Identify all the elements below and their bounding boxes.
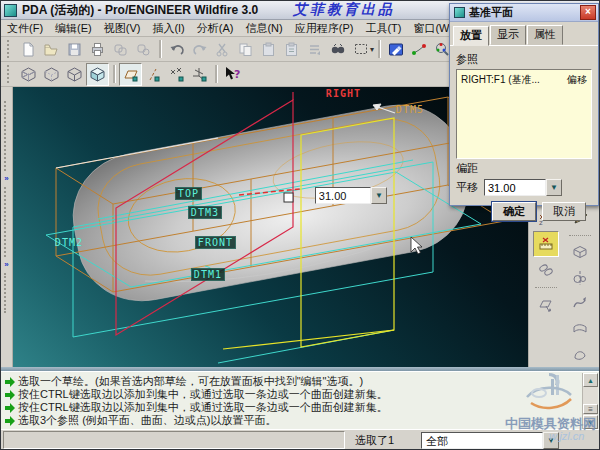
new-file-icon[interactable] <box>17 38 40 61</box>
label-front-plane[interactable]: FRONT <box>195 236 236 249</box>
site-watermark-url: w.jzl.cn <box>549 430 584 442</box>
sash-arrow-icon[interactable]: » <box>4 175 8 183</box>
translate-value-input[interactable] <box>484 179 546 196</box>
label-dtm1-plane[interactable]: DTM1 <box>191 268 225 281</box>
drag-handle[interactable] <box>284 193 293 202</box>
label-top-plane[interactable]: TOP <box>175 187 202 200</box>
toolbar-separator <box>378 40 380 58</box>
sweep-tool-icon[interactable] <box>567 291 593 317</box>
undo-icon[interactable] <box>165 38 188 61</box>
datum-csys-display-icon[interactable] <box>188 63 211 86</box>
toolbar-separator <box>113 65 115 83</box>
prompt-arrow-icon <box>5 390 15 400</box>
menu-analysis[interactable]: 分析(A) <box>191 21 240 36</box>
selection-filter-value[interactable]: 全部 <box>421 432 543 449</box>
offset-dropdown-icon[interactable]: ▼ <box>371 187 387 204</box>
offset-section-label: 偏距 <box>456 161 592 176</box>
selection-filter-combo: 全部 ▼ <box>421 432 559 449</box>
message-row: 选取一个草绘。(如果首选内部草绘，可在放置面板中找到"编辑"选项。) <box>5 375 581 388</box>
selection-count: 选取了1 <box>355 433 394 448</box>
menu-file[interactable]: 文件(F) <box>1 21 49 36</box>
app-window: PDA (活动的) - Pro/ENGINEER Wildfire 3.0 艾菲… <box>0 0 600 450</box>
context-help-icon[interactable]: ? <box>221 63 244 86</box>
paste-special-icon[interactable] <box>280 38 303 61</box>
measure-tool-icon[interactable] <box>533 231 559 257</box>
copy-icon[interactable] <box>234 38 257 61</box>
offset-value-combo: ▼ <box>315 187 387 204</box>
label-dtm5-plane[interactable]: DTM5 <box>396 104 424 115</box>
toolbar-grip[interactable] <box>7 40 13 58</box>
menu-tools[interactable]: 工具(T) <box>359 21 407 36</box>
label-dtm3-plane[interactable]: DTM3 <box>188 206 222 219</box>
toolbar-grip[interactable] <box>7 65 13 83</box>
navigator-sash[interactable]: » » <box>1 87 13 367</box>
edu-watermark: 艾菲教育出品 <box>293 1 395 19</box>
dialog-close-icon[interactable]: × <box>580 5 596 20</box>
menu-info[interactable]: 信息(N) <box>239 21 288 36</box>
cut-icon[interactable] <box>211 38 234 61</box>
offset-value-input[interactable] <box>315 187 371 204</box>
window-title: PDA (活动的) - Pro/ENGINEER Wildfire 3.0 <box>22 2 258 19</box>
menu-edit[interactable]: 编辑(E) <box>49 21 98 36</box>
update-dims-icon[interactable] <box>303 38 326 61</box>
message-row: 选取3个参照 (例如平面、曲面、边或点)以放置平面。 <box>5 414 581 427</box>
ok-button[interactable]: 确定 <box>492 202 536 221</box>
tab-properties[interactable]: 属性 <box>527 25 563 45</box>
label-dtm2-plane[interactable]: DTM2 <box>55 237 83 248</box>
shaded-icon[interactable] <box>86 63 109 86</box>
prompt-arrow-icon <box>5 377 15 387</box>
dialog-icon <box>454 7 465 18</box>
repaint-icon[interactable] <box>384 38 407 61</box>
no-hidden-icon[interactable] <box>63 63 86 86</box>
translate-dropdown-icon[interactable]: ▼ <box>546 179 562 196</box>
sash-arrow-icon[interactable]: » <box>4 261 8 269</box>
tab-display[interactable]: 显示 <box>490 25 526 45</box>
reference-row[interactable]: RIGHT:F1 (基准... 偏移 <box>461 73 587 87</box>
label-right-plane[interactable]: RIGHT <box>326 88 361 99</box>
extrude-tool-icon[interactable] <box>567 240 593 266</box>
revolve-tool-icon[interactable] <box>567 265 593 291</box>
paste-icon[interactable] <box>257 38 280 61</box>
redo-icon[interactable] <box>188 38 211 61</box>
orient-icon[interactable] <box>407 38 430 61</box>
message-text: 按住CTRL键选取边以添加到集中，或通过选取一条边或一个曲面创建新集。 <box>18 388 388 401</box>
datum-plane-dialog: 基准平面 × 放置 显示 属性 参照 RIGHT:F1 (基准... 偏移 偏距… <box>449 3 599 206</box>
select-box-icon[interactable] <box>349 38 372 61</box>
scroll-up-icon[interactable]: ▲ <box>583 373 598 387</box>
model-send-icon[interactable] <box>132 38 155 61</box>
message-text: 选取一个草绘。(如果首选内部草绘，可在放置面板中找到"编辑"选项。) <box>18 375 363 388</box>
scrollbar-splitter-icon[interactable]: ≡ <box>583 404 598 414</box>
datum-plane-display-icon[interactable] <box>119 63 142 86</box>
references-list[interactable]: RIGHT:F1 (基准... 偏移 <box>456 69 592 159</box>
menu-view[interactable]: 视图(V) <box>98 21 147 36</box>
boundary-blend-tool-icon[interactable] <box>567 316 593 342</box>
message-row: 按住CTRL键选取边以添加到集中，或通过选取一条边或一个曲面创建新集。 <box>5 401 581 414</box>
print-icon[interactable] <box>86 38 109 61</box>
references-label: 参照 <box>456 52 592 67</box>
style-surface-tool-icon[interactable] <box>567 342 593 368</box>
find-icon[interactable] <box>326 38 349 61</box>
model-copy-icon[interactable] <box>109 38 132 61</box>
menu-applications[interactable]: 应用程序(P) <box>289 21 360 36</box>
hidden-line-icon[interactable] <box>40 63 63 86</box>
menu-insert[interactable]: 插入(I) <box>146 21 190 36</box>
open-file-icon[interactable] <box>40 38 63 61</box>
wireframe-icon[interactable] <box>17 63 40 86</box>
copy-geometry-tool-icon[interactable] <box>533 257 559 283</box>
prompt-arrow-icon <box>5 403 15 413</box>
cancel-button[interactable]: 取消 <box>542 202 586 221</box>
prompt-arrow-icon <box>5 416 15 426</box>
tab-placement[interactable]: 放置 <box>453 26 489 46</box>
offset-tool-icon[interactable] <box>533 292 559 318</box>
save-icon[interactable] <box>63 38 86 61</box>
select-box-dropdown-icon[interactable]: ▾ <box>370 45 374 54</box>
translate-label: 平移 <box>456 180 478 195</box>
site-logo <box>521 371 583 415</box>
reference-type[interactable]: 偏移 <box>567 73 587 87</box>
dialog-tabs: 放置 显示 属性 <box>450 22 598 46</box>
translate-combo: ▼ <box>484 179 562 196</box>
dialog-title-bar[interactable]: 基准平面 × <box>450 4 598 22</box>
app-icon <box>4 4 17 17</box>
datum-axis-display-icon[interactable] <box>142 63 165 86</box>
datum-point-display-icon[interactable] <box>165 63 188 86</box>
